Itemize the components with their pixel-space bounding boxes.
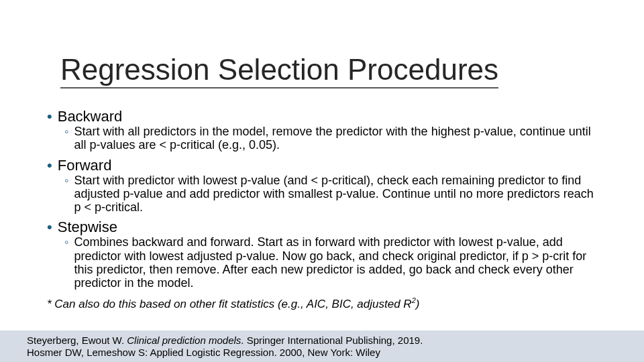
slide: Regression Selection Procedures • Backwa… (0, 0, 644, 362)
bullet-stepwise: • Stepwise (47, 219, 597, 235)
subbullet-stepwise: ◦ Combines backward and forward. Start a… (64, 235, 597, 290)
bullet-forward: • Forward (47, 158, 597, 174)
footnote: * Can also do this based on other fit st… (47, 296, 597, 310)
bullet-icon: • (47, 158, 52, 173)
subbullet-forward: ◦ Start with predictor with lowest p-val… (64, 174, 597, 214)
subbullet-icon: ◦ (64, 125, 68, 137)
ref1-title: Clinical prediction models (127, 335, 241, 346)
footnote-suffix: ) (416, 298, 420, 310)
bullet-icon: • (47, 220, 52, 235)
subbullet-text: Start with predictor with lowest p-value… (74, 174, 597, 214)
slide-body: • Backward ◦ Start with all predictors i… (47, 106, 597, 310)
reference-2: Hosmer DW, Lemeshow S: Applied Logistic … (27, 347, 644, 359)
reference-bar: Steyerberg, Ewout W. Clinical prediction… (0, 330, 644, 363)
footnote-prefix: * Can also do this based on other fit st… (47, 298, 412, 310)
subbullet-text: Start with all predictors in the model, … (74, 125, 597, 152)
ref1-author: Steyerberg, Ewout W. (27, 335, 127, 346)
bullet-label: Stepwise (58, 219, 117, 235)
bullet-icon: • (47, 109, 52, 124)
bullet-backward: • Backward (47, 109, 597, 125)
subbullet-backward: ◦ Start with all predictors in the model… (64, 125, 597, 152)
bullet-label: Forward (58, 158, 112, 174)
slide-title: Regression Selection Procedures (60, 54, 498, 88)
reference-1: Steyerberg, Ewout W. Clinical prediction… (27, 335, 644, 347)
subbullet-icon: ◦ (64, 174, 68, 186)
subbullet-text: Combines backward and forward. Start as … (74, 235, 597, 290)
ref1-rest: . Springer International Publishing, 201… (241, 335, 423, 346)
subbullet-icon: ◦ (64, 236, 68, 248)
bullet-label: Backward (58, 109, 123, 125)
